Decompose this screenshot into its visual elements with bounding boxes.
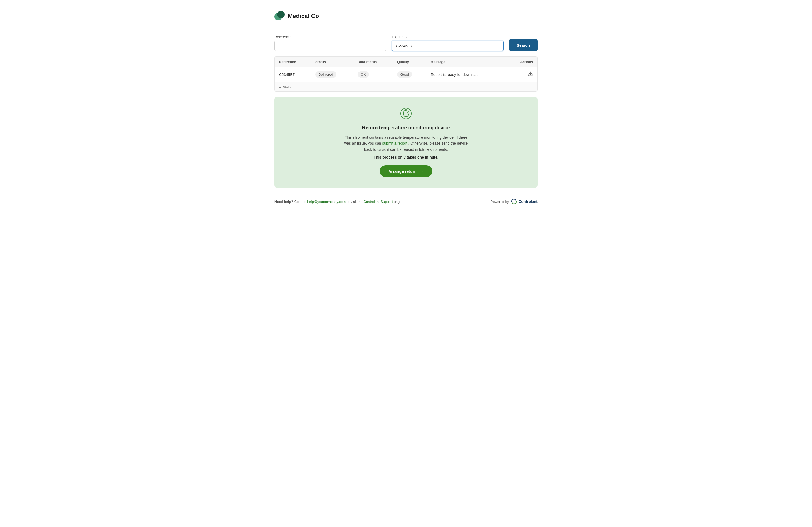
reference-field-group: Reference bbox=[274, 35, 387, 51]
table-row: C2345E7 Delivered OK Good Report is read… bbox=[275, 67, 537, 82]
cell-status: Delivered bbox=[311, 67, 353, 82]
app-header: Medical Co bbox=[274, 11, 538, 21]
col-header-quality: Quality bbox=[393, 57, 426, 67]
cell-data-status: OK bbox=[353, 67, 393, 82]
data-status-badge: OK bbox=[358, 71, 369, 77]
panel-description: This shipment contains a reusable temper… bbox=[342, 134, 470, 152]
return-panel: Return temperature monitoring device Thi… bbox=[274, 97, 538, 188]
reference-label: Reference bbox=[274, 35, 387, 39]
support-link[interactable]: Controlant Support bbox=[364, 200, 393, 204]
powered-by-text: Powered by bbox=[491, 200, 509, 204]
arrow-right-icon: → bbox=[419, 169, 424, 174]
panel-note: This process only takes one minute. bbox=[291, 155, 521, 160]
help-email-link[interactable]: help@yourcompany.com bbox=[307, 200, 346, 204]
results-table-container: Reference Status Data Status Quality Mes… bbox=[274, 56, 538, 91]
result-count: 1 result bbox=[275, 81, 537, 91]
contact-label: Contact bbox=[294, 200, 306, 204]
logger-id-label: Logger ID bbox=[392, 35, 504, 39]
logger-id-field-group: Logger ID bbox=[392, 35, 504, 51]
page-footer: Need help? Contact help@yourcompany.com … bbox=[274, 196, 538, 205]
visit-label: or visit the bbox=[347, 200, 362, 204]
col-header-reference: Reference bbox=[275, 57, 311, 67]
cell-message: Report is ready for download bbox=[426, 67, 507, 82]
download-icon[interactable] bbox=[528, 72, 533, 77]
search-form: Reference Logger ID Search bbox=[274, 35, 538, 51]
panel-title: Return temperature monitoring device bbox=[291, 125, 521, 131]
search-button[interactable]: Search bbox=[509, 39, 538, 51]
arrange-return-button[interactable]: Arrange return → bbox=[380, 165, 432, 177]
help-section: Need help? Contact help@yourcompany.com … bbox=[274, 200, 402, 204]
logger-id-input[interactable] bbox=[392, 41, 504, 51]
controlant-brand-name: Controlant bbox=[519, 199, 538, 204]
controlant-logo: Controlant bbox=[511, 199, 538, 205]
table-header-row: Reference Status Data Status Quality Mes… bbox=[275, 57, 537, 67]
quality-badge: Good bbox=[397, 71, 412, 77]
col-header-actions: Actions bbox=[507, 57, 537, 67]
status-badge: Delivered bbox=[315, 71, 336, 77]
help-text: Need help? bbox=[274, 200, 293, 204]
col-header-data-status: Data Status bbox=[353, 57, 393, 67]
powered-by-section: Powered by Controlant bbox=[491, 199, 538, 205]
results-table: Reference Status Data Status Quality Mes… bbox=[275, 57, 537, 81]
cell-reference: C2345E7 bbox=[275, 67, 311, 82]
return-device-icon bbox=[291, 108, 521, 122]
submit-report-link[interactable]: submit a report bbox=[382, 141, 407, 146]
cell-actions bbox=[507, 67, 537, 82]
arrange-return-label: Arrange return bbox=[388, 169, 417, 174]
col-header-message: Message bbox=[426, 57, 507, 67]
col-header-status: Status bbox=[311, 57, 353, 67]
app-title: Medical Co bbox=[288, 13, 319, 19]
app-logo bbox=[274, 11, 285, 21]
support-suffix-text: page bbox=[394, 200, 402, 204]
cell-quality: Good bbox=[393, 67, 426, 82]
reference-input[interactable] bbox=[274, 41, 387, 51]
